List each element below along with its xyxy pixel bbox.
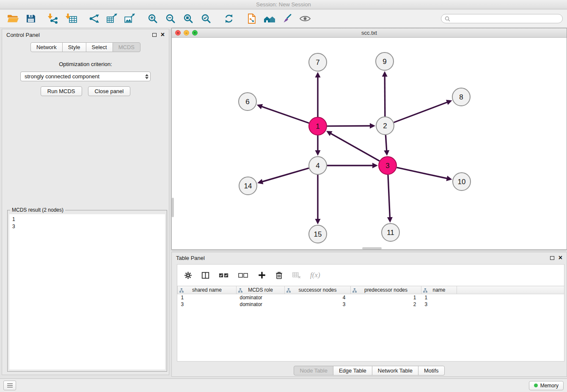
edge-1-6[interactable] <box>261 106 309 123</box>
import-table-button[interactable] <box>63 11 80 27</box>
delete-rows-button[interactable] <box>275 271 283 279</box>
table-panel-header: Table Panel × <box>172 252 567 263</box>
table-cell[interactable]: dominator <box>237 301 285 308</box>
edge-2-9[interactable] <box>385 76 385 116</box>
tab-network[interactable]: Network <box>30 42 63 52</box>
show-columns-button[interactable] <box>201 271 209 279</box>
tab-node-table[interactable]: Node Table <box>294 366 333 375</box>
network-canvas[interactable]: 7968124314101511 <box>172 38 567 249</box>
network-window-titlebar[interactable]: × − + scc.txt <box>172 28 567 38</box>
function-builder-button[interactable]: f(x) <box>310 271 320 279</box>
import-network-icon <box>47 13 60 24</box>
apply-style-button[interactable] <box>278 11 296 27</box>
close-table-panel-icon[interactable]: × <box>559 254 562 261</box>
deselect-all-button[interactable] <box>238 272 248 279</box>
tab-edge-table[interactable]: Edge Table <box>333 366 372 375</box>
column-header-shared-name[interactable]: shared name <box>178 286 237 294</box>
edge-4-14[interactable] <box>262 168 309 182</box>
column-header-predecessor-nodes[interactable]: predecessor nodes <box>351 286 421 294</box>
table-row[interactable]: 1dominator411 <box>178 294 564 301</box>
table-cell[interactable]: 4 <box>285 294 351 301</box>
zoom-in-button[interactable] <box>144 11 162 27</box>
memory-button[interactable]: Memory <box>529 381 564 390</box>
column-header-mcds-role[interactable]: MCDS role <box>237 286 285 294</box>
mcds-result-list[interactable]: 13 <box>9 214 165 370</box>
table-cell[interactable]: 1 <box>421 294 457 301</box>
select-all-button[interactable] <box>219 272 229 279</box>
add-row-button[interactable] <box>258 271 266 279</box>
zoom-selected-button[interactable] <box>197 11 215 27</box>
mcds-result-item[interactable]: 3 <box>12 223 162 230</box>
window-titlebar[interactable]: Session: New Session <box>0 0 567 9</box>
tab-motifs[interactable]: Motifs <box>418 366 445 375</box>
tab-network-table[interactable]: Network Table <box>372 366 418 375</box>
column-label: name <box>432 287 445 293</box>
refresh-view-button[interactable] <box>220 11 238 27</box>
import-network-button[interactable] <box>45 11 63 27</box>
table-cell[interactable]: dominator <box>237 294 285 301</box>
table-cell[interactable]: 3 <box>285 301 351 308</box>
network-file-icon <box>246 13 257 24</box>
search-box[interactable] <box>441 14 563 23</box>
close-panel-icon[interactable]: × <box>161 31 165 38</box>
table-cell[interactable]: 1 <box>178 294 237 301</box>
column-header-successor-nodes[interactable]: successor nodes <box>285 286 351 294</box>
status-bar: Memory <box>0 378 567 392</box>
optimization-criterion-select[interactable]: strongly connected component <box>20 72 151 81</box>
export-table-button[interactable] <box>103 11 121 27</box>
node-table-area: f(x) shared nameMCDS rolesuccessor nodes… <box>177 264 564 362</box>
optimization-criterion-label: Optimization criterion: <box>2 61 169 67</box>
network-window-title: scc.txt <box>172 30 567 36</box>
edge-3-10[interactable] <box>396 168 447 179</box>
table-cell-filler <box>457 294 564 301</box>
run-mcds-button[interactable]: Run MCDS <box>41 86 82 96</box>
control-panel-title: Control Panel <box>6 32 40 38</box>
export-network-button[interactable] <box>85 11 103 27</box>
float-table-panel-icon[interactable] <box>550 256 554 260</box>
float-panel-icon[interactable] <box>152 33 157 37</box>
save-icon <box>25 13 36 24</box>
column-header-filler <box>457 286 564 294</box>
zoom-in-icon <box>147 13 158 24</box>
delete-table-button[interactable] <box>292 271 301 279</box>
tab-style[interactable]: Style <box>62 42 86 52</box>
zoom-window-button[interactable]: + <box>192 30 198 36</box>
column-header-name[interactable]: name <box>421 286 457 294</box>
close-window-button[interactable]: × <box>175 30 181 36</box>
edge-2-8[interactable] <box>394 102 448 122</box>
show-panels-button[interactable] <box>3 381 16 390</box>
canvas-vertical-scrollbar[interactable] <box>172 198 174 217</box>
tab-mcds[interactable]: MCDS <box>113 42 140 52</box>
delete-table-icon <box>292 271 301 279</box>
export-image-button[interactable] <box>121 11 139 27</box>
table-cell[interactable]: 3 <box>178 301 237 308</box>
edge-3-11[interactable] <box>388 175 390 218</box>
close-panel-button[interactable]: Close panel <box>88 86 131 96</box>
canvas-horizontal-scrollbar[interactable] <box>362 247 382 249</box>
table-settings-button[interactable] <box>184 271 192 279</box>
zoom-fit-button[interactable] <box>179 11 197 27</box>
edge-3-1[interactable] <box>330 133 380 161</box>
table-cell[interactable]: 1 <box>351 294 421 301</box>
column-sort-icon <box>179 288 184 294</box>
edge-1-2[interactable] <box>327 126 371 126</box>
table-cell[interactable]: 2 <box>351 301 421 308</box>
tab-select[interactable]: Select <box>86 42 113 52</box>
search-input[interactable] <box>452 15 559 22</box>
table-cell[interactable]: 3 <box>421 301 457 308</box>
zoom-selected-icon <box>201 13 212 24</box>
edge-2-3[interactable] <box>385 135 386 151</box>
zoom-out-button[interactable] <box>162 11 179 27</box>
open-session-button[interactable] <box>4 11 22 27</box>
home-button[interactable] <box>261 11 278 27</box>
minimize-window-button[interactable]: − <box>184 30 189 36</box>
save-session-button[interactable] <box>22 11 40 27</box>
table-row[interactable]: 3dominator323 <box>178 301 564 308</box>
network-graph[interactable]: 7968124314101511 <box>172 38 567 249</box>
node-table: shared nameMCDS rolesuccessor nodesprede… <box>177 286 564 308</box>
table-panel-tabs: Node TableEdge TableNetwork TableMotifs <box>172 366 567 375</box>
open-network-file-button[interactable] <box>243 11 261 27</box>
mcds-result-item[interactable]: 1 <box>12 216 162 223</box>
trash-icon <box>275 271 283 279</box>
show-graphics-details-button[interactable] <box>296 11 314 27</box>
